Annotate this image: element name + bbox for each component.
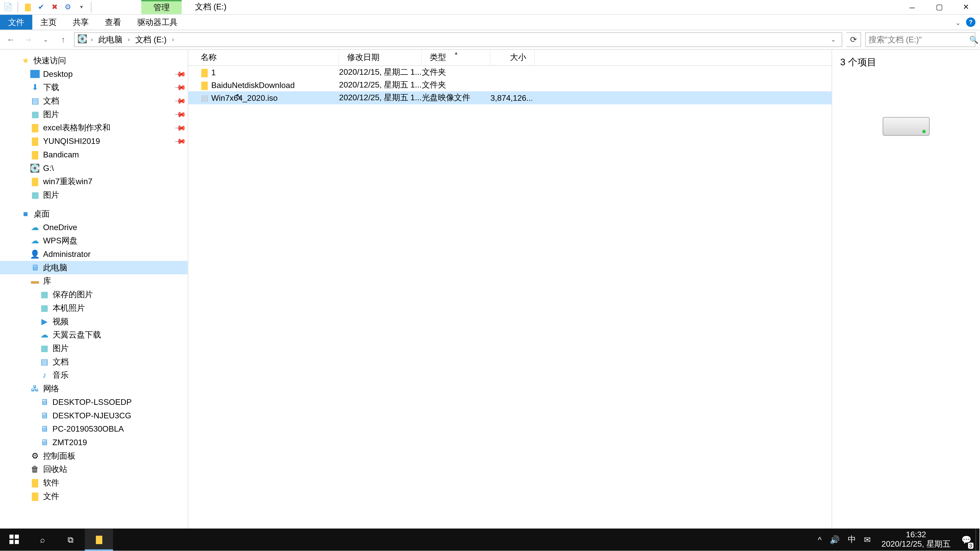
nav-item[interactable]: ▦本机照片	[0, 301, 188, 315]
nav-item[interactable]: ▇文件	[0, 489, 188, 503]
task-view-button[interactable]: ⧉	[56, 529, 85, 551]
system-tray: ^ 🔊 中 ✉ 16:32 2020/12/25, 星期五 💬 3	[814, 529, 980, 551]
tray-app-icon[interactable]: ✉	[860, 529, 875, 551]
nav-item-icon	[30, 68, 40, 79]
nav-item[interactable]: 👤Administrator	[0, 248, 188, 261]
show-desktop-button[interactable]	[975, 529, 980, 551]
nav-item-icon: 🖥	[30, 262, 40, 273]
nav-back-button[interactable]: ←	[4, 33, 18, 46]
nav-item[interactable]: 🗑回收站	[0, 463, 188, 476]
nav-item-icon: 🖥	[39, 397, 50, 407]
nav-item[interactable]: 🖧网络	[0, 382, 188, 395]
volume-icon[interactable]: 🔊	[826, 529, 844, 551]
column-date[interactable]: 修改日期	[339, 50, 422, 65]
nav-item[interactable]: ⬇下载📌	[0, 81, 188, 94]
search-box[interactable]: 🔍	[865, 32, 975, 47]
nav-item[interactable]: ▦图片	[0, 341, 188, 355]
nav-item-icon: ⬇	[30, 82, 40, 93]
column-name[interactable]: 名称	[188, 50, 339, 65]
search-icon[interactable]: 🔍	[969, 35, 979, 44]
breadcrumb-seg[interactable]: 文档 (E:)	[132, 34, 169, 45]
nav-item[interactable]: ▇YUNQISHI2019📌	[0, 135, 188, 148]
file-name: BaiduNetdiskDownload	[211, 80, 339, 90]
nav-item[interactable]: 🖥ZMT2019	[0, 436, 188, 449]
nav-item-icon: ▦	[39, 343, 50, 354]
notification-badge: 3	[968, 543, 974, 549]
file-type: 文件夹	[422, 79, 490, 91]
nav-item-icon: ★	[20, 55, 31, 66]
start-button[interactable]	[0, 529, 28, 551]
nav-item[interactable]: ▤文档📌	[0, 94, 188, 108]
gear-icon[interactable]: ⚙	[62, 2, 73, 13]
breadcrumb-dropdown[interactable]: ⌄	[828, 36, 839, 43]
nav-item[interactable]: Desktop📌	[0, 67, 188, 81]
nav-item[interactable]: ▇excel表格制作求和📌	[0, 121, 188, 135]
nav-item[interactable]: ▇win7重装win7	[0, 175, 188, 188]
tray-overflow-button[interactable]: ^	[814, 529, 826, 551]
contextual-tab-label[interactable]: 管理	[142, 0, 182, 14]
nav-item[interactable]: 💽G:\	[0, 162, 188, 175]
chevron-right-icon[interactable]: ›	[171, 36, 175, 43]
tab-home[interactable]: 主页	[32, 15, 65, 30]
nav-item-label: 本机照片	[52, 302, 85, 314]
minimize-button[interactable]: ─	[899, 0, 926, 14]
close-button[interactable]: ✕	[953, 0, 980, 14]
nav-item[interactable]: ▦图片📌	[0, 108, 188, 121]
refresh-button[interactable]: ⟳	[846, 32, 861, 47]
file-row[interactable]: ▤Win7x64_2020.iso2020/12/25, 星期五 1...光盘映…	[188, 91, 832, 104]
nav-item[interactable]: ♪音乐	[0, 368, 188, 382]
nav-item-label: 文件	[43, 491, 59, 502]
nav-item[interactable]: ☁WPS网盘	[0, 234, 188, 248]
file-list[interactable]: ▇12020/12/15, 星期二 1...文件夹▇BaiduNetdiskDo…	[188, 66, 832, 537]
nav-item[interactable]: 🖥DESKTOP-LSSOEDP	[0, 395, 188, 409]
nav-item[interactable]: 🖥此电脑	[0, 261, 188, 275]
maximize-button[interactable]: ▢	[926, 0, 953, 14]
nav-recent-dropdown[interactable]: ⌄	[39, 33, 52, 46]
nav-item[interactable]: ▶视频	[0, 315, 188, 328]
ime-indicator[interactable]: 中	[844, 529, 860, 551]
nav-item[interactable]: 🖥DESKTOP-NJEU3CG	[0, 409, 188, 422]
breadcrumb-seg[interactable]: 此电脑	[95, 34, 125, 45]
nav-item[interactable]: ▤文档	[0, 355, 188, 368]
breadcrumb[interactable]: 💽 › 此电脑 › 文档 (E:) › ⌄	[74, 32, 842, 47]
nav-item[interactable]: ⚙控制面板	[0, 449, 188, 463]
clock[interactable]: 16:32 2020/12/25, 星期五	[875, 531, 958, 549]
search-input[interactable]	[869, 35, 969, 44]
nav-item[interactable]: ▦图片	[0, 188, 188, 202]
nav-item-icon: ▦	[30, 109, 40, 120]
chevron-right-icon[interactable]: ›	[89, 36, 94, 43]
tab-file[interactable]: 文件	[0, 15, 32, 30]
search-button[interactable]: ⌕	[28, 529, 57, 551]
file-row[interactable]: ▇12020/12/15, 星期二 1...文件夹	[188, 66, 832, 79]
navigation-pane[interactable]: ★快速访问Desktop📌⬇下载📌▤文档📌▦图片📌▇excel表格制作求和📌▇Y…	[0, 50, 188, 537]
nav-item[interactable]: ▦保存的图片	[0, 288, 188, 301]
nav-item-label: 网络	[43, 383, 59, 394]
help-icon[interactable]: ?	[966, 17, 975, 27]
pin-icon: 📌	[174, 108, 186, 121]
nav-item[interactable]: ▇Bandicam	[0, 148, 188, 162]
tab-view[interactable]: 查看	[97, 15, 129, 30]
taskbar-app-explorer[interactable]: ▇	[85, 529, 113, 551]
nav-forward-button[interactable]: →	[21, 33, 35, 46]
file-row[interactable]: ▇BaiduNetdiskDownload2020/12/25, 星期五 1..…	[188, 79, 832, 91]
folder-icon[interactable]: ▇	[22, 2, 33, 13]
nav-item[interactable]: ☁OneDrive	[0, 221, 188, 234]
dropdown-icon[interactable]: ▾	[76, 2, 87, 13]
column-size[interactable]: 大小	[490, 50, 535, 65]
tab-share[interactable]: 共享	[65, 15, 97, 30]
action-center-button[interactable]: 💬 3	[957, 529, 975, 551]
expand-ribbon-icon[interactable]: ⌄	[955, 18, 961, 26]
tab-drive-tools[interactable]: 驱动器工具	[129, 15, 186, 30]
nav-item[interactable]: 🖥PC-20190530OBLA	[0, 422, 188, 436]
nav-item[interactable]: ▇软件	[0, 476, 188, 489]
close-x-icon[interactable]: ✖	[49, 2, 60, 13]
nav-item[interactable]: ★快速访问	[0, 54, 188, 67]
chevron-right-icon[interactable]: ›	[127, 36, 131, 43]
checkmark-icon[interactable]: ✔	[36, 2, 46, 13]
file-date: 2020/12/25, 星期五 1...	[339, 92, 422, 103]
nav-item[interactable]: ☁天翼云盘下载	[0, 328, 188, 341]
nav-up-button[interactable]: ↑	[56, 33, 70, 46]
nav-item[interactable]: ▬库	[0, 274, 188, 288]
file-size: 3,874,126...	[490, 93, 532, 103]
nav-item[interactable]: ■桌面	[0, 207, 188, 221]
